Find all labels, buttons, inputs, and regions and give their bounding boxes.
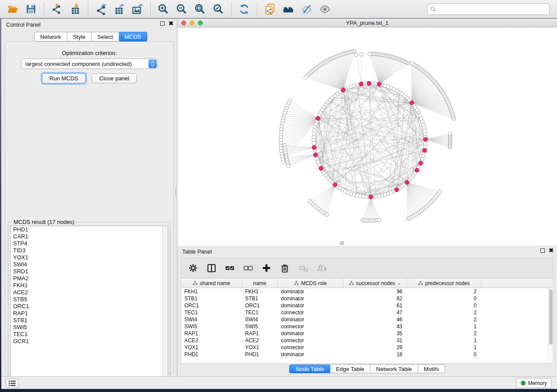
table-row[interactable]: FKH1FKH1dominator962 <box>181 288 548 295</box>
mcds-hub-node[interactable] <box>359 82 363 86</box>
table-row[interactable]: RAP1RAP1dominator352 <box>181 330 548 337</box>
deselect-all-button[interactable] <box>242 262 254 274</box>
horizontal-split-handle[interactable] <box>340 241 344 245</box>
memory-button[interactable]: Memory <box>516 378 552 388</box>
table-row[interactable]: STB1STB1dominator620 <box>181 295 548 302</box>
search-box[interactable] <box>427 3 550 15</box>
function-builder-button[interactable]: f(x) <box>316 262 327 274</box>
mcds-hub-node[interactable] <box>341 88 346 92</box>
mcds-result-item[interactable]: CAR1 <box>10 233 168 240</box>
export-image-button[interactable] <box>130 2 145 17</box>
add-entry-button[interactable] <box>261 262 272 274</box>
mcds-result-item[interactable]: TID3 <box>10 247 168 254</box>
delete-entry-button[interactable] <box>279 262 291 274</box>
copy-network-button[interactable] <box>263 2 277 17</box>
column-header-MCDS-role[interactable]: MCDS role <box>278 279 343 288</box>
close-panel-button[interactable]: Close panel <box>92 73 137 83</box>
table-scrollbar-thumb[interactable] <box>549 289 553 344</box>
network-leaf-node[interactable] <box>354 53 358 57</box>
mcds-hub-node[interactable] <box>394 188 399 192</box>
network-leaf-node[interactable] <box>360 52 363 56</box>
mcds-hub-node[interactable] <box>319 166 323 171</box>
mcds-hub-node[interactable] <box>415 168 419 172</box>
import-network-button[interactable] <box>49 2 64 17</box>
mcds-result-item[interactable]: SRD1 <box>10 268 168 275</box>
table-scrollbar[interactable] <box>548 288 553 363</box>
open-file-button[interactable] <box>5 2 20 17</box>
mcds-result-list[interactable]: PHD1CAR1STP4TID3YOX1SWI4SRD1PMA2FKH1ACE2… <box>10 226 168 384</box>
criterion-dropdown[interactable]: largest connected component (undirected) <box>21 58 158 69</box>
mcds-list-scrollbar[interactable] <box>162 226 168 383</box>
table-row[interactable]: SWI4SWI4dominator462 <box>181 316 548 323</box>
float-table-panel-icon[interactable] <box>540 248 545 253</box>
table-row[interactable]: ACE2ACE2connector311 <box>181 337 548 344</box>
mcds-result-item[interactable]: STB5 <box>10 296 168 303</box>
save-session-button[interactable] <box>24 2 38 17</box>
mcds-result-item[interactable]: PMA2 <box>10 275 168 282</box>
mcds-hub-node[interactable] <box>410 101 414 105</box>
mcds-hub-node[interactable] <box>333 183 337 187</box>
table-row[interactable]: ORC1ORC1dominator610 <box>181 302 548 309</box>
mcds-result-item[interactable]: GCR1 <box>10 338 168 345</box>
mcds-result-item[interactable]: RAP1 <box>10 310 168 317</box>
mcds-result-item[interactable]: TEC1 <box>10 331 168 338</box>
select-all-button[interactable] <box>224 262 235 274</box>
zoom-out-button[interactable] <box>174 2 189 17</box>
export-table-button[interactable] <box>112 2 127 17</box>
mcds-result-item[interactable]: ORC1 <box>10 303 168 310</box>
mcds-result-item[interactable]: SWI5 <box>10 324 168 331</box>
network-canvas[interactable] <box>177 28 557 245</box>
column-header-shared-name[interactable]: shared name <box>181 279 242 288</box>
delete-table-button[interactable] <box>298 262 309 274</box>
mcds-hub-node[interactable] <box>316 116 320 120</box>
zoom-fit-button[interactable] <box>193 2 208 17</box>
network-leaf-node[interactable] <box>287 164 290 168</box>
tab-node-table[interactable]: Node Table <box>289 364 330 373</box>
mcds-result-item[interactable]: FKH1 <box>10 282 168 289</box>
tab-network[interactable]: Network <box>34 32 67 41</box>
tab-select[interactable]: Select <box>92 32 119 41</box>
table-row[interactable]: YOX1YOX1connector291 <box>181 344 548 351</box>
column-header-predecessor-nodes[interactable]: predecessor nodes <box>407 279 481 288</box>
mcds-result-item[interactable]: PHD1 <box>10 226 168 233</box>
mcds-result-item[interactable]: YOX1 <box>10 254 168 261</box>
network-node[interactable] <box>423 141 427 145</box>
column-layout-button[interactable] <box>206 262 217 274</box>
network-window-titlebar[interactable]: YPA_prune.txt_1 <box>177 19 557 28</box>
search-input[interactable] <box>439 5 549 14</box>
mcds-result-item[interactable]: ACE2 <box>10 289 168 296</box>
network-leaf-node[interactable] <box>282 160 285 164</box>
first-neighbors-button[interactable] <box>281 2 296 17</box>
table-row[interactable]: TEC1TEC1connector472 <box>181 309 548 316</box>
tab-mcds[interactable]: MCDS <box>119 32 147 41</box>
mcds-hub-node[interactable] <box>314 153 318 157</box>
mcds-hub-node[interactable] <box>405 180 409 185</box>
mcds-hub-node[interactable] <box>312 145 316 150</box>
mcds-hub-node[interactable] <box>422 148 427 153</box>
mcds-hub-node[interactable] <box>423 137 428 141</box>
mcds-hub-node[interactable] <box>377 82 381 86</box>
close-panel-icon[interactable]: ✖ <box>169 21 173 26</box>
mcds-hub-node[interactable] <box>369 195 373 199</box>
close-table-panel-icon[interactable]: ✖ <box>549 248 554 253</box>
tab-edge-table[interactable]: Edge Table <box>330 364 370 373</box>
export-network-button[interactable] <box>93 2 108 17</box>
network-leaf-node[interactable] <box>377 218 381 222</box>
import-table-button[interactable] <box>68 2 83 17</box>
zoom-in-button[interactable] <box>156 2 171 17</box>
network-leaf-node[interactable] <box>368 52 371 55</box>
run-mcds-button[interactable]: Run MCDS <box>42 73 86 83</box>
network-leaf-node[interactable] <box>438 190 441 193</box>
network-leaf-node[interactable] <box>410 62 413 65</box>
column-header-name[interactable]: name <box>242 279 278 288</box>
table-options-gear-button[interactable] <box>187 262 199 274</box>
tab-network-table[interactable]: Network Table <box>370 364 418 373</box>
mcds-result-item[interactable]: STB1 <box>10 317 168 324</box>
tab-style[interactable]: Style <box>67 32 92 41</box>
tab-motifs[interactable]: Motifs <box>418 364 445 373</box>
float-panel-icon[interactable] <box>160 21 165 26</box>
mcds-hub-node[interactable] <box>419 161 423 165</box>
mcds-result-item[interactable]: STP4 <box>10 240 168 247</box>
show-all-button[interactable] <box>318 2 332 17</box>
network-leaf-node[interactable] <box>448 132 452 135</box>
